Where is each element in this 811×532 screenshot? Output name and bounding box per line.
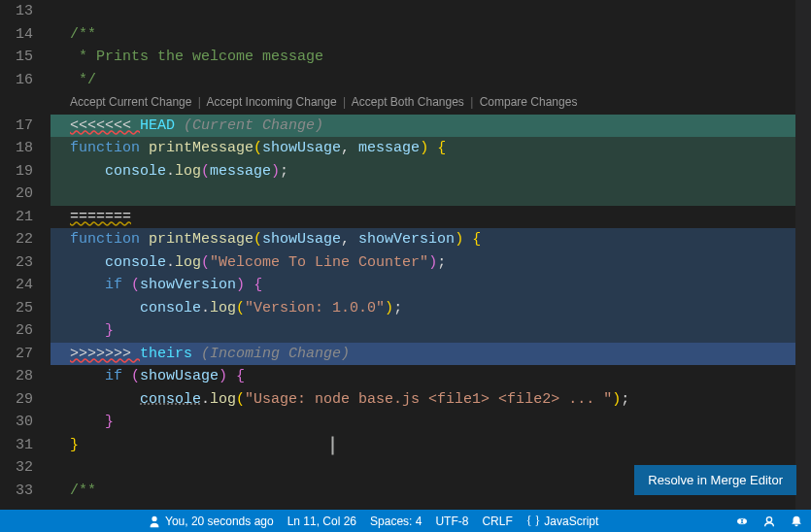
comment: * Prints the welcome message bbox=[70, 49, 323, 65]
git-blame-status[interactable]: You, 20 seconds ago bbox=[148, 515, 274, 528]
encoding-status[interactable]: UTF-8 bbox=[435, 515, 468, 528]
svg-point-3 bbox=[766, 516, 771, 521]
feedback-icon[interactable] bbox=[762, 515, 776, 528]
conflict-tail-marker: >>>>>>> theirs (Incoming Change) bbox=[51, 343, 811, 366]
conflict-head-marker: <<<<<<< HEAD (Current Change) bbox=[51, 115, 811, 138]
text-cursor bbox=[332, 437, 333, 454]
copilot-icon[interactable] bbox=[735, 515, 749, 528]
minimap[interactable] bbox=[795, 0, 811, 510]
code-editor[interactable]: 13141516 17181920 21222324252627 2829303… bbox=[0, 0, 811, 510]
comment: */ bbox=[70, 72, 96, 88]
line-gutter: 13141516 17181920 21222324252627 2829303… bbox=[0, 0, 51, 510]
merge-codelens: Accept Current Change | Accept Incoming … bbox=[51, 91, 811, 115]
cursor-position[interactable]: Ln 11, Col 26 bbox=[287, 515, 356, 528]
compare-changes-link[interactable]: Compare Changes bbox=[480, 95, 578, 109]
comment: /** bbox=[70, 482, 96, 499]
person-icon bbox=[148, 515, 161, 528]
eol-status[interactable]: CRLF bbox=[482, 515, 512, 528]
accept-current-link[interactable]: Accept Current Change bbox=[70, 95, 191, 109]
accept-both-link[interactable]: Accept Both Changes bbox=[352, 95, 464, 109]
indentation-status[interactable]: Spaces: 4 bbox=[370, 515, 422, 528]
status-bar: You, 20 seconds ago Ln 11, Col 26 Spaces… bbox=[0, 510, 811, 532]
resolve-merge-button[interactable]: Resolve in Merge Editor bbox=[634, 465, 796, 495]
conflict-mid-marker: ======= bbox=[51, 206, 811, 229]
accept-incoming-link[interactable]: Accept Incoming Change bbox=[207, 95, 337, 109]
comment: /** bbox=[70, 26, 96, 43]
language-mode[interactable]: { } JavaScript bbox=[526, 514, 599, 528]
code-content[interactable]: /** * Prints the welcome message */ Acce… bbox=[51, 0, 811, 510]
notifications-icon[interactable] bbox=[790, 515, 803, 528]
